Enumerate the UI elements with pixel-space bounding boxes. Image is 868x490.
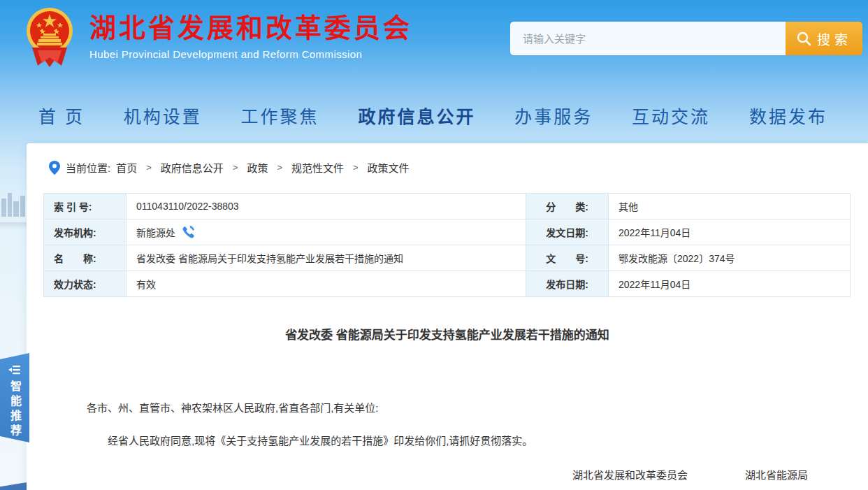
- signature-drc: 湖北省发展和改革委员会: [572, 467, 688, 482]
- meta-value-validity: 有效: [126, 271, 526, 297]
- meta-value-publish-date: 2022年11月04日: [609, 271, 851, 297]
- article-paragraph-salutation: 各市、州、直管市、神农架林区人民政府,省直各部门,有关单位:: [87, 400, 808, 415]
- breadcrumb-home[interactable]: 首页: [116, 160, 137, 175]
- search-icon: [796, 31, 811, 46]
- nav-item-services[interactable]: 办事服务: [514, 103, 593, 128]
- breadcrumb-policy-docs[interactable]: 政策文件: [368, 160, 410, 175]
- breadcrumb-prefix: 当前位置:: [66, 160, 110, 175]
- meta-label-issue-date: 发文日期:: [526, 219, 609, 245]
- search-button[interactable]: 搜索: [786, 22, 862, 55]
- breadcrumb-normative-docs[interactable]: 规范性文件: [291, 160, 344, 175]
- search-box: 搜索: [510, 22, 862, 55]
- national-emblem-icon: [24, 4, 75, 69]
- nav-item-gov-info[interactable]: 政府信息公开: [358, 103, 475, 128]
- meta-value-issuing-agency: 新能源处: [126, 219, 526, 245]
- nav-item-interaction[interactable]: 互动交流: [632, 103, 710, 128]
- signature-energy-bureau: 湖北省能源局: [745, 467, 808, 482]
- nav-item-data[interactable]: 数据发布: [749, 103, 827, 128]
- background-skyline: [0, 190, 27, 226]
- smart-recommend-label: 智能推荐: [6, 380, 23, 439]
- article-title: 省发改委 省能源局关于印发支持氢能产业发展若干措施的通知: [27, 325, 868, 343]
- meta-value-category: 其他: [609, 194, 851, 219]
- site-header: 湖北省发展和改革委员会 Hubei Provincial Development…: [0, 0, 868, 78]
- content-card: 当前位置: 首页 > 政府信息公开 > 政策 > 规范性文件 > 政策文件 索 …: [27, 143, 868, 490]
- search-button-label: 搜索: [817, 29, 852, 48]
- article-paragraph-main: 经省人民政府同意,现将《关于支持氢能产业发展的若干措施》印发给你们,请抓好贯彻落…: [87, 433, 808, 447]
- meta-value-doc-no: 鄂发改能源〔2022〕374号: [609, 245, 851, 271]
- background-wedge: [0, 479, 28, 490]
- breadcrumb: 当前位置: 首页 > 政府信息公开 > 政策 > 规范性文件 > 政策文件: [27, 143, 868, 175]
- meta-label-publish-date: 发布日期:: [526, 271, 609, 297]
- site-subtitle: Hubei Provincial Development and Reform …: [89, 48, 412, 60]
- recommend-list-icon: [8, 364, 21, 375]
- nav-item-home[interactable]: 首 页: [38, 103, 85, 128]
- article-body: 各市、州、直管市、神农架林区人民政府,省直各部门,有关单位: 经省人民政府同意,…: [27, 400, 868, 490]
- search-input[interactable]: [510, 22, 786, 55]
- site-title: 湖北省发展和改革委员会: [89, 13, 412, 45]
- meta-value-title: 省发改委 省能源局关于印发支持氢能产业发展若干措施的通知: [126, 245, 526, 271]
- phone-icon[interactable]: [182, 226, 195, 238]
- meta-label-index-no: 索 引 号:: [44, 194, 126, 219]
- location-pin-icon: [49, 161, 60, 175]
- site-logo[interactable]: 湖北省发展和改革委员会 Hubei Provincial Development…: [24, 4, 412, 69]
- signature-row: 湖北省发展和改革委员会 湖北省能源局: [87, 467, 808, 482]
- main-nav: 首 页 机构设置 工作聚焦 政府信息公开 办事服务 互动交流 数据发布: [0, 91, 868, 140]
- meta-label-title: 名 称:: [44, 245, 126, 271]
- meta-value-issue-date: 2022年11月04日: [609, 219, 851, 245]
- smart-recommend-badge[interactable]: 智能推荐: [0, 353, 29, 442]
- meta-label-category: 分 类:: [526, 194, 609, 219]
- meta-label-validity: 效力状态:: [44, 271, 126, 297]
- nav-item-work-focus[interactable]: 工作聚焦: [241, 103, 319, 128]
- meta-label-issuing-agency: 发布机构:: [44, 219, 126, 245]
- nav-item-org[interactable]: 机构设置: [124, 103, 202, 128]
- page: 湖北省发展和改革委员会 Hubei Provincial Development…: [0, 0, 868, 490]
- meta-label-doc-no: 文 号:: [526, 245, 609, 271]
- breadcrumb-gov-info[interactable]: 政府信息公开: [161, 160, 224, 175]
- document-meta-table: 索 引 号: 011043110/2022-38803 分 类: 其他 发布机构…: [43, 193, 850, 297]
- breadcrumb-policy[interactable]: 政策: [247, 160, 268, 175]
- meta-value-index-no: 011043110/2022-38803: [126, 194, 526, 219]
